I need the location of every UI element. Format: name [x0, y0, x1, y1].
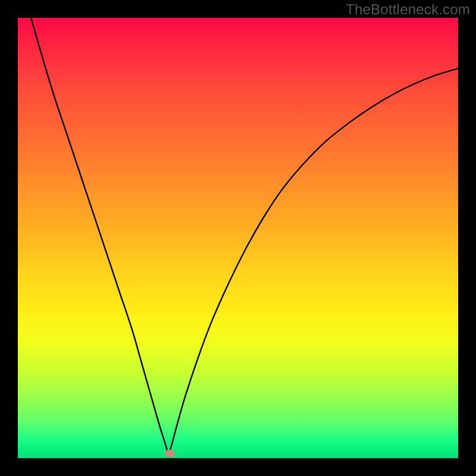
chart-overlay	[18, 18, 458, 458]
plot-area	[18, 18, 458, 458]
chart-frame: TheBottleneck.com	[0, 0, 476, 476]
watermark-text: TheBottleneck.com	[346, 1, 470, 18]
minimum-marker	[164, 450, 175, 457]
curve-line	[31, 18, 458, 453]
